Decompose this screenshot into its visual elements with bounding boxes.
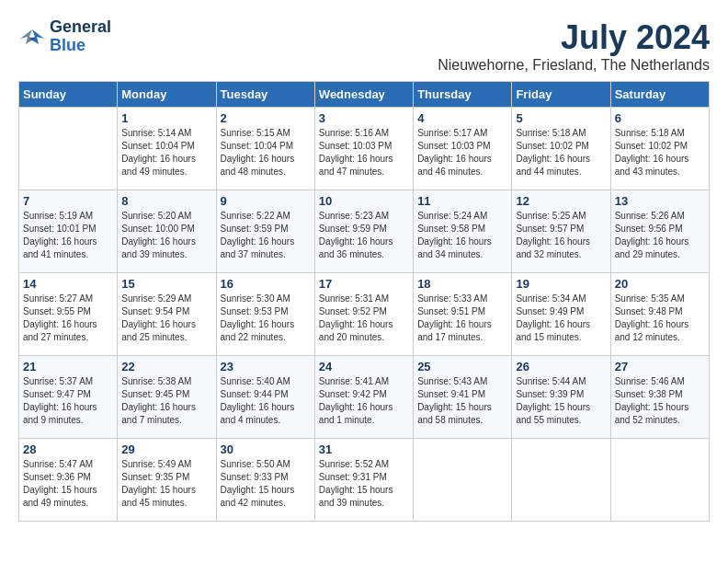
- calendar-day-cell: 25Sunrise: 5:43 AM Sunset: 9:41 PM Dayli…: [414, 356, 512, 439]
- calendar-day-cell: 28Sunrise: 5:47 AM Sunset: 9:36 PM Dayli…: [19, 439, 118, 522]
- calendar-day-cell: 4Sunrise: 5:17 AM Sunset: 10:03 PM Dayli…: [414, 108, 512, 190]
- page-header: General Blue July 2024 Nieuwehorne, Frie…: [18, 18, 710, 74]
- svg-marker-0: [29, 29, 44, 44]
- weekday-header: Friday: [512, 82, 610, 108]
- day-number: 4: [417, 111, 507, 125]
- weekday-header: Thursday: [414, 82, 512, 108]
- day-number: 28: [23, 442, 113, 456]
- calendar-day-cell: 20Sunrise: 5:35 AM Sunset: 9:48 PM Dayli…: [610, 273, 709, 356]
- title-section: July 2024 Nieuwehorne, Friesland, The Ne…: [438, 18, 710, 74]
- calendar-day-cell: 18Sunrise: 5:33 AM Sunset: 9:51 PM Dayli…: [414, 273, 512, 356]
- day-number: 15: [121, 277, 211, 291]
- calendar-day-cell: [414, 439, 512, 522]
- day-info: Sunrise: 5:52 AM Sunset: 9:31 PM Dayligh…: [319, 458, 409, 510]
- day-number: 11: [417, 194, 507, 208]
- location: Nieuwehorne, Friesland, The Netherlands: [438, 57, 710, 74]
- day-number: 12: [516, 194, 606, 208]
- calendar-day-cell: 3Sunrise: 5:16 AM Sunset: 10:03 PM Dayli…: [314, 108, 413, 190]
- day-number: 2: [221, 111, 311, 125]
- day-number: 10: [319, 194, 409, 208]
- day-info: Sunrise: 5:19 AM Sunset: 10:01 PM Daylig…: [23, 210, 113, 261]
- day-info: Sunrise: 5:26 AM Sunset: 9:56 PM Dayligh…: [615, 210, 705, 261]
- calendar-day-cell: 31Sunrise: 5:52 AM Sunset: 9:31 PM Dayli…: [314, 439, 413, 522]
- day-info: Sunrise: 5:20 AM Sunset: 10:00 PM Daylig…: [121, 210, 211, 261]
- day-number: 18: [417, 277, 507, 291]
- calendar-day-cell: 26Sunrise: 5:44 AM Sunset: 9:39 PM Dayli…: [512, 356, 610, 439]
- day-info: Sunrise: 5:46 AM Sunset: 9:38 PM Dayligh…: [615, 375, 705, 427]
- day-number: 30: [221, 442, 311, 456]
- day-number: 26: [516, 360, 606, 373]
- day-number: 19: [516, 277, 606, 291]
- day-number: 8: [121, 194, 211, 208]
- day-number: 1: [121, 111, 211, 125]
- day-info: Sunrise: 5:23 AM Sunset: 9:59 PM Dayligh…: [319, 210, 409, 261]
- day-info: Sunrise: 5:47 AM Sunset: 9:36 PM Dayligh…: [23, 458, 113, 510]
- calendar-day-cell: 22Sunrise: 5:38 AM Sunset: 9:45 PM Dayli…: [118, 356, 216, 439]
- day-info: Sunrise: 5:14 AM Sunset: 10:04 PM Daylig…: [121, 127, 211, 178]
- calendar-week-row: 7Sunrise: 5:19 AM Sunset: 10:01 PM Dayli…: [19, 190, 710, 273]
- calendar-week-row: 21Sunrise: 5:37 AM Sunset: 9:47 PM Dayli…: [19, 356, 710, 439]
- day-info: Sunrise: 5:33 AM Sunset: 9:51 PM Dayligh…: [417, 293, 507, 344]
- day-info: Sunrise: 5:30 AM Sunset: 9:53 PM Dayligh…: [221, 293, 311, 344]
- calendar-week-row: 1Sunrise: 5:14 AM Sunset: 10:04 PM Dayli…: [19, 108, 710, 190]
- weekday-header: Saturday: [610, 82, 709, 108]
- logo: General Blue: [18, 18, 111, 55]
- calendar-day-cell: 29Sunrise: 5:49 AM Sunset: 9:35 PM Dayli…: [118, 439, 216, 522]
- day-number: 17: [319, 277, 409, 291]
- calendar-day-cell: 24Sunrise: 5:41 AM Sunset: 9:42 PM Dayli…: [314, 356, 413, 439]
- calendar-day-cell: 23Sunrise: 5:40 AM Sunset: 9:44 PM Dayli…: [216, 356, 314, 439]
- day-number: 31: [319, 442, 409, 456]
- day-info: Sunrise: 5:24 AM Sunset: 9:58 PM Dayligh…: [417, 210, 507, 261]
- calendar-day-cell: 10Sunrise: 5:23 AM Sunset: 9:59 PM Dayli…: [314, 190, 413, 273]
- day-info: Sunrise: 5:38 AM Sunset: 9:45 PM Dayligh…: [121, 375, 211, 427]
- day-info: Sunrise: 5:49 AM Sunset: 9:35 PM Dayligh…: [121, 458, 211, 510]
- calendar-day-cell: [512, 439, 610, 522]
- day-number: 6: [615, 111, 705, 125]
- day-info: Sunrise: 5:37 AM Sunset: 9:47 PM Dayligh…: [23, 375, 113, 427]
- calendar-day-cell: 14Sunrise: 5:27 AM Sunset: 9:55 PM Dayli…: [19, 273, 118, 356]
- day-info: Sunrise: 5:22 AM Sunset: 9:59 PM Dayligh…: [221, 210, 311, 261]
- calendar-week-row: 14Sunrise: 5:27 AM Sunset: 9:55 PM Dayli…: [19, 273, 710, 356]
- day-number: 27: [615, 360, 705, 373]
- calendar-day-cell: 7Sunrise: 5:19 AM Sunset: 10:01 PM Dayli…: [19, 190, 118, 273]
- day-info: Sunrise: 5:17 AM Sunset: 10:03 PM Daylig…: [417, 127, 507, 178]
- calendar-day-cell: 13Sunrise: 5:26 AM Sunset: 9:56 PM Dayli…: [610, 190, 709, 273]
- weekday-header: Sunday: [19, 82, 118, 108]
- day-number: 21: [23, 360, 113, 373]
- calendar-day-cell: 9Sunrise: 5:22 AM Sunset: 9:59 PM Daylig…: [216, 190, 314, 273]
- svg-marker-1: [20, 29, 35, 44]
- calendar-day-cell: 15Sunrise: 5:29 AM Sunset: 9:54 PM Dayli…: [118, 273, 216, 356]
- calendar-day-cell: 21Sunrise: 5:37 AM Sunset: 9:47 PM Dayli…: [19, 356, 118, 439]
- day-info: Sunrise: 5:31 AM Sunset: 9:52 PM Dayligh…: [319, 293, 409, 344]
- day-info: Sunrise: 5:25 AM Sunset: 9:57 PM Dayligh…: [516, 210, 606, 261]
- weekday-header: Wednesday: [314, 82, 413, 108]
- calendar-day-cell: 2Sunrise: 5:15 AM Sunset: 10:04 PM Dayli…: [216, 108, 314, 190]
- calendar-day-cell: 16Sunrise: 5:30 AM Sunset: 9:53 PM Dayli…: [216, 273, 314, 356]
- day-number: 7: [23, 194, 113, 208]
- calendar-week-row: 28Sunrise: 5:47 AM Sunset: 9:36 PM Dayli…: [19, 439, 710, 522]
- logo-text: General Blue: [50, 18, 111, 55]
- calendar-day-cell: [19, 108, 118, 190]
- day-info: Sunrise: 5:43 AM Sunset: 9:41 PM Dayligh…: [417, 375, 507, 427]
- day-number: 24: [319, 360, 409, 373]
- day-number: 23: [221, 360, 311, 373]
- day-number: 13: [615, 194, 705, 208]
- day-number: 25: [417, 360, 507, 373]
- calendar-day-cell: 30Sunrise: 5:50 AM Sunset: 9:33 PM Dayli…: [216, 439, 314, 522]
- day-number: 20: [615, 277, 705, 291]
- calendar-day-cell: 11Sunrise: 5:24 AM Sunset: 9:58 PM Dayli…: [414, 190, 512, 273]
- calendar-day-cell: 17Sunrise: 5:31 AM Sunset: 9:52 PM Dayli…: [314, 273, 413, 356]
- day-number: 5: [516, 111, 606, 125]
- calendar-table: SundayMondayTuesdayWednesdayThursdayFrid…: [18, 81, 710, 522]
- weekday-header: Tuesday: [216, 82, 314, 108]
- day-number: 9: [221, 194, 311, 208]
- day-info: Sunrise: 5:27 AM Sunset: 9:55 PM Dayligh…: [23, 293, 113, 344]
- calendar-day-cell: 12Sunrise: 5:25 AM Sunset: 9:57 PM Dayli…: [512, 190, 610, 273]
- day-number: 22: [121, 360, 211, 373]
- calendar-day-cell: [610, 439, 709, 522]
- calendar-day-cell: 1Sunrise: 5:14 AM Sunset: 10:04 PM Dayli…: [118, 108, 216, 190]
- calendar-day-cell: 27Sunrise: 5:46 AM Sunset: 9:38 PM Dayli…: [610, 356, 709, 439]
- day-info: Sunrise: 5:35 AM Sunset: 9:48 PM Dayligh…: [615, 293, 705, 344]
- day-number: 16: [221, 277, 311, 291]
- day-info: Sunrise: 5:18 AM Sunset: 10:02 PM Daylig…: [615, 127, 705, 178]
